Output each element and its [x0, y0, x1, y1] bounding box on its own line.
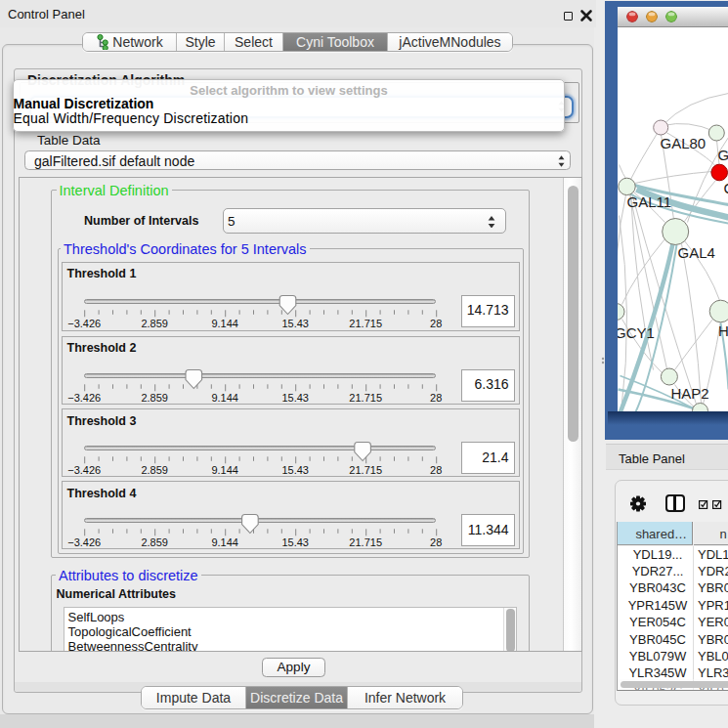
svg-text:GCY1: GCY1 — [618, 324, 655, 341]
svg-text:HAP2: HAP2 — [670, 385, 708, 402]
svg-text:GAL4: GAL4 — [677, 244, 714, 261]
svg-text:G.: G. — [717, 147, 728, 163]
svg-text:GAL80: GAL80 — [660, 135, 706, 151]
svg-text:C: C — [723, 180, 728, 196]
svg-text:GAL11: GAL11 — [626, 193, 671, 210]
svg-text:H: H — [718, 322, 728, 339]
